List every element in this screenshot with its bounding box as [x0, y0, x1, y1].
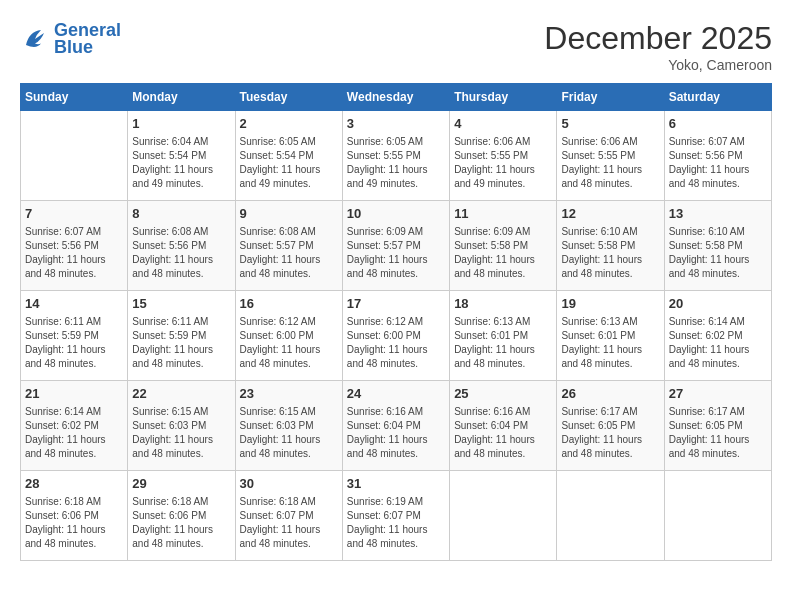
day-number: 22 [132, 385, 230, 403]
day-number: 13 [669, 205, 767, 223]
day-number: 4 [454, 115, 552, 133]
calendar-week-3: 14Sunrise: 6:11 AMSunset: 5:59 PMDayligh… [21, 291, 772, 381]
day-info: Sunrise: 6:07 AMSunset: 5:56 PMDaylight:… [25, 225, 123, 281]
day-number: 30 [240, 475, 338, 493]
day-info: Sunrise: 6:05 AMSunset: 5:54 PMDaylight:… [240, 135, 338, 191]
day-number: 29 [132, 475, 230, 493]
calendar-cell: 22Sunrise: 6:15 AMSunset: 6:03 PMDayligh… [128, 381, 235, 471]
day-info: Sunrise: 6:11 AMSunset: 5:59 PMDaylight:… [25, 315, 123, 371]
calendar-cell [557, 471, 664, 561]
title-block: December 2025 Yoko, Cameroon [544, 20, 772, 73]
day-info: Sunrise: 6:09 AMSunset: 5:58 PMDaylight:… [454, 225, 552, 281]
day-info: Sunrise: 6:14 AMSunset: 6:02 PMDaylight:… [25, 405, 123, 461]
day-info: Sunrise: 6:16 AMSunset: 6:04 PMDaylight:… [454, 405, 552, 461]
calendar-cell: 2Sunrise: 6:05 AMSunset: 5:54 PMDaylight… [235, 111, 342, 201]
calendar-cell: 13Sunrise: 6:10 AMSunset: 5:58 PMDayligh… [664, 201, 771, 291]
calendar-week-4: 21Sunrise: 6:14 AMSunset: 6:02 PMDayligh… [21, 381, 772, 471]
day-info: Sunrise: 6:09 AMSunset: 5:57 PMDaylight:… [347, 225, 445, 281]
calendar-cell: 21Sunrise: 6:14 AMSunset: 6:02 PMDayligh… [21, 381, 128, 471]
day-number: 10 [347, 205, 445, 223]
calendar-cell: 25Sunrise: 6:16 AMSunset: 6:04 PMDayligh… [450, 381, 557, 471]
day-number: 24 [347, 385, 445, 403]
month-title: December 2025 [544, 20, 772, 57]
calendar-cell: 3Sunrise: 6:05 AMSunset: 5:55 PMDaylight… [342, 111, 449, 201]
day-number: 8 [132, 205, 230, 223]
calendar-cell: 26Sunrise: 6:17 AMSunset: 6:05 PMDayligh… [557, 381, 664, 471]
calendar-cell [450, 471, 557, 561]
header-sunday: Sunday [21, 84, 128, 111]
calendar-cell: 23Sunrise: 6:15 AMSunset: 6:03 PMDayligh… [235, 381, 342, 471]
header-friday: Friday [557, 84, 664, 111]
day-number: 11 [454, 205, 552, 223]
calendar-cell: 15Sunrise: 6:11 AMSunset: 5:59 PMDayligh… [128, 291, 235, 381]
calendar-cell: 19Sunrise: 6:13 AMSunset: 6:01 PMDayligh… [557, 291, 664, 381]
day-info: Sunrise: 6:13 AMSunset: 6:01 PMDaylight:… [561, 315, 659, 371]
header-monday: Monday [128, 84, 235, 111]
calendar-table: SundayMondayTuesdayWednesdayThursdayFrid… [20, 83, 772, 561]
day-info: Sunrise: 6:10 AMSunset: 5:58 PMDaylight:… [669, 225, 767, 281]
calendar-header-row: SundayMondayTuesdayWednesdayThursdayFrid… [21, 84, 772, 111]
day-info: Sunrise: 6:11 AMSunset: 5:59 PMDaylight:… [132, 315, 230, 371]
day-info: Sunrise: 6:18 AMSunset: 6:06 PMDaylight:… [132, 495, 230, 551]
calendar-cell: 10Sunrise: 6:09 AMSunset: 5:57 PMDayligh… [342, 201, 449, 291]
day-number: 18 [454, 295, 552, 313]
calendar-cell: 14Sunrise: 6:11 AMSunset: 5:59 PMDayligh… [21, 291, 128, 381]
calendar-week-2: 7Sunrise: 6:07 AMSunset: 5:56 PMDaylight… [21, 201, 772, 291]
calendar-week-1: 1Sunrise: 6:04 AMSunset: 5:54 PMDaylight… [21, 111, 772, 201]
day-info: Sunrise: 6:06 AMSunset: 5:55 PMDaylight:… [454, 135, 552, 191]
day-number: 15 [132, 295, 230, 313]
day-info: Sunrise: 6:15 AMSunset: 6:03 PMDaylight:… [240, 405, 338, 461]
day-number: 5 [561, 115, 659, 133]
day-number: 2 [240, 115, 338, 133]
page-header: General Blue December 2025 Yoko, Cameroo… [20, 20, 772, 73]
calendar-cell: 29Sunrise: 6:18 AMSunset: 6:06 PMDayligh… [128, 471, 235, 561]
header-wednesday: Wednesday [342, 84, 449, 111]
day-info: Sunrise: 6:13 AMSunset: 6:01 PMDaylight:… [454, 315, 552, 371]
day-info: Sunrise: 6:16 AMSunset: 6:04 PMDaylight:… [347, 405, 445, 461]
day-info: Sunrise: 6:07 AMSunset: 5:56 PMDaylight:… [669, 135, 767, 191]
calendar-cell [21, 111, 128, 201]
day-info: Sunrise: 6:18 AMSunset: 6:07 PMDaylight:… [240, 495, 338, 551]
day-info: Sunrise: 6:17 AMSunset: 6:05 PMDaylight:… [669, 405, 767, 461]
day-info: Sunrise: 6:12 AMSunset: 6:00 PMDaylight:… [347, 315, 445, 371]
location-subtitle: Yoko, Cameroon [544, 57, 772, 73]
day-info: Sunrise: 6:08 AMSunset: 5:56 PMDaylight:… [132, 225, 230, 281]
calendar-cell: 6Sunrise: 6:07 AMSunset: 5:56 PMDaylight… [664, 111, 771, 201]
day-number: 14 [25, 295, 123, 313]
calendar-cell: 12Sunrise: 6:10 AMSunset: 5:58 PMDayligh… [557, 201, 664, 291]
day-number: 25 [454, 385, 552, 403]
calendar-cell: 1Sunrise: 6:04 AMSunset: 5:54 PMDaylight… [128, 111, 235, 201]
day-number: 23 [240, 385, 338, 403]
header-thursday: Thursday [450, 84, 557, 111]
calendar-cell: 24Sunrise: 6:16 AMSunset: 6:04 PMDayligh… [342, 381, 449, 471]
calendar-cell: 18Sunrise: 6:13 AMSunset: 6:01 PMDayligh… [450, 291, 557, 381]
day-number: 28 [25, 475, 123, 493]
day-number: 21 [25, 385, 123, 403]
day-info: Sunrise: 6:05 AMSunset: 5:55 PMDaylight:… [347, 135, 445, 191]
day-info: Sunrise: 6:04 AMSunset: 5:54 PMDaylight:… [132, 135, 230, 191]
calendar-cell: 20Sunrise: 6:14 AMSunset: 6:02 PMDayligh… [664, 291, 771, 381]
day-info: Sunrise: 6:17 AMSunset: 6:05 PMDaylight:… [561, 405, 659, 461]
day-number: 6 [669, 115, 767, 133]
calendar-cell: 11Sunrise: 6:09 AMSunset: 5:58 PMDayligh… [450, 201, 557, 291]
day-number: 3 [347, 115, 445, 133]
calendar-week-5: 28Sunrise: 6:18 AMSunset: 6:06 PMDayligh… [21, 471, 772, 561]
calendar-cell: 30Sunrise: 6:18 AMSunset: 6:07 PMDayligh… [235, 471, 342, 561]
logo: General Blue [20, 20, 121, 58]
day-number: 16 [240, 295, 338, 313]
calendar-cell [664, 471, 771, 561]
header-saturday: Saturday [664, 84, 771, 111]
calendar-cell: 28Sunrise: 6:18 AMSunset: 6:06 PMDayligh… [21, 471, 128, 561]
day-number: 27 [669, 385, 767, 403]
calendar-cell: 7Sunrise: 6:07 AMSunset: 5:56 PMDaylight… [21, 201, 128, 291]
day-number: 1 [132, 115, 230, 133]
day-info: Sunrise: 6:14 AMSunset: 6:02 PMDaylight:… [669, 315, 767, 371]
day-info: Sunrise: 6:15 AMSunset: 6:03 PMDaylight:… [132, 405, 230, 461]
day-info: Sunrise: 6:08 AMSunset: 5:57 PMDaylight:… [240, 225, 338, 281]
day-info: Sunrise: 6:06 AMSunset: 5:55 PMDaylight:… [561, 135, 659, 191]
calendar-cell: 17Sunrise: 6:12 AMSunset: 6:00 PMDayligh… [342, 291, 449, 381]
day-number: 12 [561, 205, 659, 223]
day-info: Sunrise: 6:12 AMSunset: 6:00 PMDaylight:… [240, 315, 338, 371]
logo-text: General Blue [54, 20, 121, 58]
day-info: Sunrise: 6:18 AMSunset: 6:06 PMDaylight:… [25, 495, 123, 551]
